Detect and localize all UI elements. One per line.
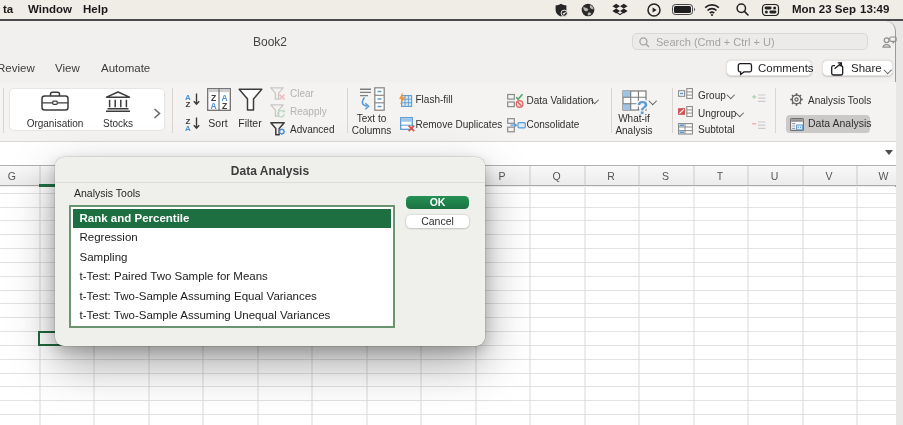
svg-text:A: A [211,101,217,111]
svg-text:Z: Z [222,101,227,111]
svg-text:A: A [185,124,191,133]
svg-text:Z: Z [186,99,191,108]
